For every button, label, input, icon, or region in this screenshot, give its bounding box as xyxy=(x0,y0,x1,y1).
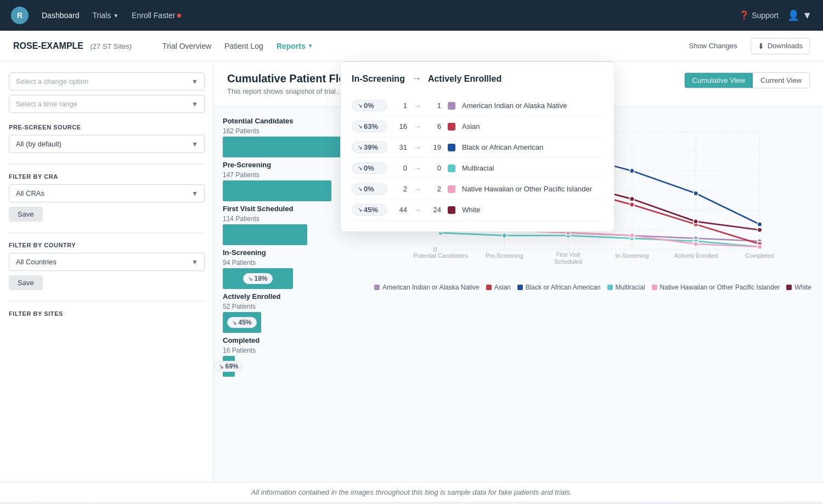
dropdown-from-num: 1 xyxy=(394,101,407,110)
funnel-pct-badge: ↘18% xyxy=(243,273,272,284)
dropdown-to: Actively Enrollled xyxy=(428,74,501,84)
chevron-down-icon: ▼ xyxy=(113,13,119,19)
funnel-stage-count: 94 Patients xyxy=(223,259,256,267)
legend-item: Native Hawaiian or Other Pacific Islande… xyxy=(652,284,780,291)
dropdown-to-num: 2 xyxy=(428,185,441,193)
legend-dot xyxy=(652,285,657,290)
trial-name: ROSE-EXAMPLE xyxy=(13,41,83,50)
chart-legend: American Indian or Alaska Native Asian B… xyxy=(374,284,814,291)
funnel-stage-label: Completed xyxy=(223,336,260,344)
footer-note: All information contained in the images … xyxy=(0,482,823,502)
change-option-select[interactable]: Select a change option xyxy=(9,72,205,90)
dropdown-to-num: 0 xyxy=(428,164,441,172)
svg-point-54 xyxy=(694,242,698,247)
svg-point-60 xyxy=(694,219,698,224)
arrow-right-icon: → xyxy=(414,122,421,131)
question-icon: ❓ xyxy=(739,10,749,20)
trial-sites: (27 ST Sites) xyxy=(90,42,132,50)
user-icon[interactable]: 👤 ▼ xyxy=(787,9,812,21)
country-save-button[interactable]: Save xyxy=(9,275,43,290)
sites-filter-label: Filter by Sites xyxy=(9,310,205,317)
dropdown-row: ↘ 0% 0 → 0 Multiracial xyxy=(352,158,603,179)
support-link[interactable]: ❓ Support xyxy=(739,10,779,20)
dropdown-row: ↘ 0% 1 → 1 American Indian or Alaska Nat… xyxy=(352,95,603,116)
current-view-button[interactable]: Current View xyxy=(753,73,809,88)
legend-label: Multiracial xyxy=(616,284,645,291)
dropdown-from: In-Screening xyxy=(352,74,405,84)
dropdown-row: ↘ 45% 44 → 24 White xyxy=(352,200,603,220)
enroll-dot xyxy=(177,14,181,18)
dropdown-pct: ↘ 0% xyxy=(352,183,387,195)
svg-text:Pre-Screening: Pre-Screening xyxy=(486,252,523,259)
dropdown-race-label: Black or African American xyxy=(462,143,543,151)
legend-item: Black or African American xyxy=(517,284,601,291)
cra-save-button[interactable]: Save xyxy=(9,207,43,222)
app-logo: R xyxy=(11,7,29,24)
support-label: Support xyxy=(752,11,779,20)
legend-label: Black or African American xyxy=(526,284,601,291)
dropdown-from-num: 0 xyxy=(394,164,407,172)
pre-screen-select[interactable]: All (by default) xyxy=(9,135,205,153)
show-changes-button[interactable]: Show Changes xyxy=(683,38,744,53)
arrow-right-icon: → xyxy=(414,164,421,173)
funnel-stage-label: In-Screening xyxy=(223,248,266,257)
nav-dashboard[interactable]: Dashboard xyxy=(42,11,80,20)
country-filter-label: Filter by Country xyxy=(9,242,205,248)
dropdown-race-label: White xyxy=(462,206,480,214)
arrow-right-icon: → xyxy=(412,73,421,84)
cra-filter-group: Filter by CRA All CRAs ▼ Save xyxy=(9,173,205,222)
nav-enroll-faster[interactable]: Enroll Faster xyxy=(132,11,181,20)
dropdown-from-num: 31 xyxy=(394,143,407,151)
nav-enroll-label: Enroll Faster xyxy=(132,11,175,20)
funnel-stage-label: Potential Candidates xyxy=(223,117,294,125)
cumulative-view-button[interactable]: Cumulative View xyxy=(685,73,753,88)
race-color-dot xyxy=(448,206,455,214)
legend-item: White xyxy=(786,284,811,291)
dropdown-header: In-Screening → Actively Enrollled xyxy=(352,73,603,84)
tab-reports[interactable]: Reports ▼ xyxy=(277,39,313,53)
dropdown-menu[interactable]: In-Screening → Actively Enrollled ↘ 0% 1… xyxy=(340,61,615,232)
legend-dot xyxy=(607,285,613,290)
legend-item: Asian xyxy=(486,284,511,291)
top-nav: R Dashboard Trials ▼ Enroll Faster ❓ Sup… xyxy=(0,0,823,31)
dropdown-row: ↘ 39% 31 → 19 Black or African American xyxy=(352,137,603,158)
dropdown-from-num: 44 xyxy=(394,206,407,214)
legend-dot xyxy=(517,285,523,290)
race-color-dot xyxy=(448,144,455,151)
legend-label: Native Hawaiian or Other Pacific Islande… xyxy=(660,284,780,291)
nav-trials-label: Trials xyxy=(93,11,111,20)
time-range-select[interactable]: Select a time range xyxy=(9,95,205,113)
dropdown-pct: ↘ 39% xyxy=(352,141,387,153)
cra-select[interactable]: All CRAs xyxy=(9,184,205,202)
pre-screen-group: PRE-SCREEN SOURCE All (by default) ▼ xyxy=(9,124,205,153)
funnel-stage-count: 52 Patients xyxy=(223,303,256,310)
race-color-dot xyxy=(448,102,455,110)
dropdown-race-label: Multiracial xyxy=(462,164,494,172)
funnel-stage-label: Actively Enrolled xyxy=(223,292,280,301)
tab-patient-log[interactable]: Patient Log xyxy=(224,39,263,53)
arrow-right-icon: → xyxy=(414,143,421,152)
svg-point-55 xyxy=(757,245,762,250)
dropdown-from-num: 16 xyxy=(394,122,407,131)
legend-label: Asian xyxy=(494,284,511,291)
sites-filter-group: Filter by Sites xyxy=(9,310,205,317)
funnel-pct-badge: ↘69% xyxy=(214,361,243,372)
country-select[interactable]: All Countries xyxy=(9,253,205,271)
funnel-stage-label: Pre-Screening xyxy=(223,161,271,169)
downloads-label: Downloads xyxy=(768,42,803,50)
legend-dot xyxy=(486,285,492,290)
svg-text:Scheduled: Scheduled xyxy=(554,258,582,265)
arrow-right-icon: → xyxy=(414,206,421,214)
nav-trials[interactable]: Trials ▼ xyxy=(93,11,119,20)
legend-dot xyxy=(374,285,380,290)
change-option-group: Select a change option ▼ Select a time r… xyxy=(9,72,205,113)
funnel-stage: Completed 16 Patients ↘69% xyxy=(223,335,365,377)
tab-trial-overview[interactable]: Trial Overview xyxy=(162,39,211,53)
secondary-tabs: Trial Overview Patient Log Reports ▼ xyxy=(162,39,313,53)
dropdown-to-num: 6 xyxy=(428,122,441,131)
downloads-button[interactable]: ⬇ Downloads xyxy=(751,38,810,54)
funnel-stage-count: 114 Patients xyxy=(223,215,260,223)
svg-point-43 xyxy=(757,222,762,227)
funnel-stage: In-Screening 94 Patients ↘18% xyxy=(223,247,365,289)
funnel-pct-badge: ↘45% xyxy=(227,317,256,328)
